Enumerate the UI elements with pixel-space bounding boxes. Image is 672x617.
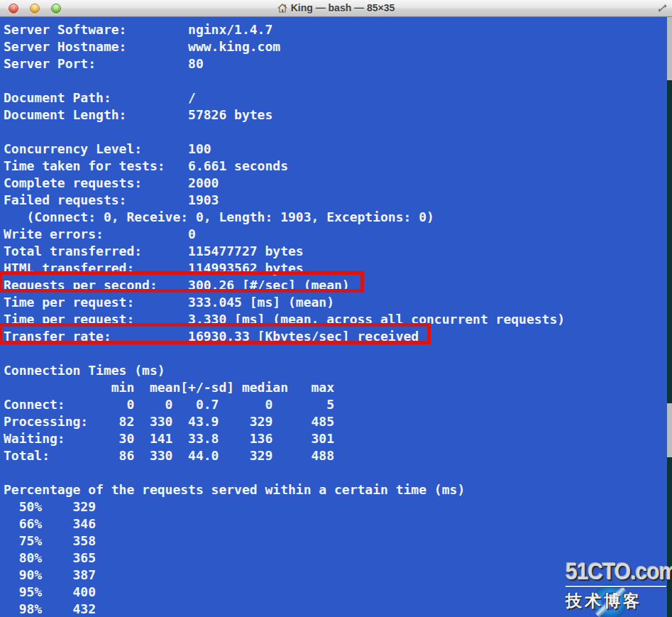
terminal-line: Concurrency Level: 100 bbox=[4, 141, 667, 158]
terminal-line: Server Hostname: www.king.com bbox=[4, 38, 667, 55]
window-title-text: King — bash — 85×35 bbox=[291, 2, 395, 13]
background-strip-segment bbox=[667, 403, 672, 457]
terminal-line: Write errors: 0 bbox=[4, 226, 667, 243]
desktop-background-strip bbox=[667, 17, 672, 617]
terminal-line: 80% 365 bbox=[4, 550, 667, 567]
terminal-line: Time per request: 333.045 [ms] (mean) bbox=[4, 294, 667, 311]
terminal-line: Connect: 0 0 0.7 0 5 bbox=[4, 396, 667, 413]
terminal-line: Waiting: 30 141 33.8 136 301 bbox=[4, 430, 667, 447]
home-icon bbox=[277, 1, 287, 18]
terminal-line: Complete requests: 2000 bbox=[4, 175, 667, 192]
terminal-line: Server Port: 80 bbox=[4, 55, 667, 72]
terminal-line bbox=[4, 464, 667, 481]
window-title: King — bash — 85×35 bbox=[0, 0, 672, 16]
terminal-line: Failed requests: 1903 bbox=[4, 192, 667, 209]
terminal-line bbox=[4, 124, 667, 141]
terminal-line: Time taken for tests: 6.661 seconds bbox=[4, 158, 667, 175]
terminal-line bbox=[4, 72, 667, 89]
resize-arrows-icon[interactable] bbox=[657, 3, 668, 13]
terminal-line: 75% 358 bbox=[4, 533, 667, 550]
title-bar[interactable]: King — bash — 85×35 bbox=[0, 0, 672, 17]
terminal-window: King — bash — 85×35 Server Software: ngi… bbox=[0, 0, 672, 617]
terminal-line: Processing: 82 330 43.9 329 485 bbox=[4, 413, 667, 430]
terminal-line-highlighted: Requests per second: 300.26 [#/sec] (mea… bbox=[4, 277, 667, 294]
terminal-output: Server Software: nginx/1.4.7Server Hostn… bbox=[4, 21, 667, 617]
terminal-line bbox=[4, 345, 667, 362]
terminal-line: 50% 329 bbox=[4, 498, 667, 515]
terminal-line-highlighted: Transfer rate: 16930.33 [Kbytes/sec] rec… bbox=[4, 328, 667, 345]
terminal-line: 90% 387 bbox=[4, 567, 667, 584]
terminal-line: Total transferred: 115477727 bytes bbox=[4, 243, 667, 260]
terminal-line: Server Software: nginx/1.4.7 bbox=[4, 21, 667, 38]
terminal-line: Document Path: / bbox=[4, 89, 667, 107]
terminal-line: Time per request: 3.330 [ms] (mean, acro… bbox=[4, 311, 667, 328]
terminal-line: Percentage of the requests served within… bbox=[4, 481, 667, 498]
terminal-line: Document Length: 57826 bytes bbox=[4, 107, 667, 124]
terminal-line: Connection Times (ms) bbox=[4, 362, 667, 379]
background-strip-segment bbox=[667, 17, 672, 80]
terminal-line: Total: 86 330 44.0 329 488 bbox=[4, 447, 667, 464]
terminal-line: 98% 432 bbox=[4, 601, 667, 617]
terminal-line: 95% 400 bbox=[4, 584, 667, 601]
terminal-line: 66% 346 bbox=[4, 515, 667, 533]
terminal-screen[interactable]: Server Software: nginx/1.4.7Server Hostn… bbox=[0, 17, 667, 617]
terminal-line: min mean[+/-sd] median max bbox=[4, 379, 667, 396]
terminal-line: HTML transferred: 114993562 bytes bbox=[4, 260, 667, 277]
terminal-line: (Connect: 0, Receive: 0, Length: 1903, E… bbox=[4, 209, 667, 226]
